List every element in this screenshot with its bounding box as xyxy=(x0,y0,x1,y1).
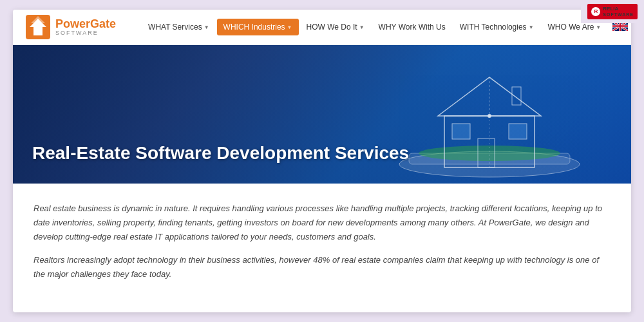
relia-text: RELIA SOFTWARE xyxy=(603,6,634,17)
svg-point-16 xyxy=(488,114,491,118)
chevron-down-icon: ▼ xyxy=(529,24,534,30)
nav-with-technologies[interactable]: WITH Technologies ▼ xyxy=(453,19,540,35)
chevron-down-icon: ▼ xyxy=(359,24,365,30)
page-wrapper: PowerGate SOFTWARE WHAT Services ▼ WHICH… xyxy=(13,10,631,312)
brand-sub: SOFTWARE xyxy=(55,30,116,36)
nav-why-work[interactable]: WHY Work With Us xyxy=(372,19,452,35)
relia-icon: R xyxy=(591,7,600,16)
svg-rect-11 xyxy=(452,124,470,139)
language-chevron[interactable]: ▼ xyxy=(630,24,631,31)
relia-badge: R RELIA SOFTWARE xyxy=(581,0,644,23)
nav-what-services[interactable]: WHAT Services ▼ xyxy=(142,19,216,35)
nav-which-industries[interactable]: WHICH Industries ▼ xyxy=(217,19,299,35)
house-illustration xyxy=(380,52,599,180)
chevron-down-icon: ▼ xyxy=(204,24,209,30)
brand-name: PowerGate xyxy=(55,18,116,30)
content-paragraph-1: Real estate business is dynamic in natur… xyxy=(33,202,611,244)
svg-rect-13 xyxy=(512,87,521,105)
svg-rect-12 xyxy=(509,124,527,139)
logo-text: PowerGate SOFTWARE xyxy=(55,18,116,36)
chevron-down-icon: ▼ xyxy=(596,24,601,30)
hero-title-area: Real-Estate Software Development Service… xyxy=(32,142,409,164)
nav-items: WHAT Services ▼ WHICH Industries ▼ HOW W… xyxy=(142,19,631,35)
content-section: Real estate business is dynamic in natur… xyxy=(13,184,631,303)
chevron-down-icon: ▼ xyxy=(287,24,292,30)
logo-icon xyxy=(26,15,50,39)
content-paragraph-2: Realtors increasingly adopt technology i… xyxy=(33,253,611,281)
nav-how-we-do-it[interactable]: HOW We Do It ▼ xyxy=(300,19,371,35)
relia-logo: R RELIA SOFTWARE xyxy=(587,4,638,19)
hero-section: Real-Estate Software Development Service… xyxy=(13,45,631,184)
logo-area[interactable]: PowerGate SOFTWARE xyxy=(26,15,116,39)
navbar: PowerGate SOFTWARE WHAT Services ▼ WHICH… xyxy=(13,10,631,45)
hero-title: Real-Estate Software Development Service… xyxy=(32,142,409,164)
